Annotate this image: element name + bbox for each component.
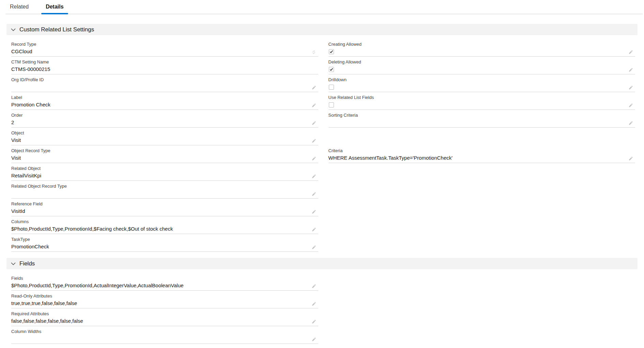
field-row: Use Related List Fields <box>328 92 635 110</box>
field-label: Sorting Criteria <box>328 113 635 118</box>
field-value: PromotionCheck <box>11 242 49 251</box>
field-value: CTMS-00000215 <box>11 65 50 74</box>
field-label: Object <box>11 130 318 136</box>
field-row: TaskTypePromotionCheck <box>11 234 318 252</box>
field-label: Order <box>11 113 318 118</box>
record-detail-content: Custom Related List Settings Record Type… <box>0 24 644 344</box>
field-label: Criteria <box>328 148 635 154</box>
edit-pencil-icon[interactable] <box>308 284 318 290</box>
edit-pencil-icon[interactable] <box>308 245 318 251</box>
field-value: $Photo,ProductId,Type,PromotionId,$Facin… <box>11 224 173 234</box>
section-header-custom-related-list-settings[interactable]: Custom Related List Settings <box>6 24 638 35</box>
fields-grid: Fields$Photo,ProductId,Type,PromotionId,… <box>6 269 638 344</box>
field-label: Required Attributes <box>11 311 318 317</box>
change-record-type-icon[interactable] <box>308 50 318 56</box>
field-label: Related Object Record Type <box>11 184 318 189</box>
checkbox-checked <box>329 67 334 72</box>
field-label: Fields <box>11 276 318 281</box>
checkbox-checked <box>329 49 334 54</box>
checkbox-unchecked <box>329 102 334 107</box>
edit-pencil-icon[interactable] <box>625 85 635 92</box>
edit-pencil-icon[interactable] <box>625 156 635 163</box>
field-label: TaskType <box>11 237 318 242</box>
field-row: CriteriaWHERE AssessmentTask.TaskType='P… <box>328 145 635 163</box>
edit-pencil-icon[interactable] <box>625 121 635 127</box>
field-value: Visit <box>11 136 21 145</box>
edit-pencil-icon[interactable] <box>308 337 318 344</box>
field-row: Fields$Photo,ProductId,Type,PromotionId,… <box>11 273 318 291</box>
field-label: Reference Field <box>11 201 318 207</box>
edit-pencil-icon[interactable] <box>308 209 318 216</box>
field-label: Drilldown <box>328 77 635 83</box>
tab-details[interactable]: Details <box>41 0 68 14</box>
edit-pencil-icon[interactable] <box>308 174 318 180</box>
field-row: Read-Only Attributestrue,true,true,false… <box>11 291 318 308</box>
column-spacer <box>328 128 635 145</box>
field-value: CGCloud <box>11 47 32 56</box>
field-label: Related Object <box>11 166 318 171</box>
section-custom-related-list-settings: Custom Related List Settings Record Type… <box>6 24 638 252</box>
edit-pencil-icon[interactable] <box>308 302 318 308</box>
field-label: Use Related List Fields <box>328 95 635 100</box>
field-row: Reference FieldVisitId <box>11 199 318 216</box>
edit-pencil-icon[interactable] <box>625 68 635 74</box>
field-row: Drilldown <box>328 74 635 92</box>
field-value: false,false,false,false,false,false <box>11 317 83 326</box>
edit-pencil-icon[interactable] <box>308 85 318 92</box>
field-row: CTM Setting NameCTMS-00000215 <box>11 57 318 74</box>
field-label: Read-Only Attributes <box>11 293 318 299</box>
edit-pencil-icon[interactable] <box>308 156 318 163</box>
field-row: Required Attributesfalse,false,false,fal… <box>11 308 318 326</box>
field-row: Object Record TypeVisit <box>11 145 318 163</box>
edit-pencil-icon[interactable] <box>308 192 318 198</box>
field-label: Label <box>11 95 318 100</box>
checkmark-icon <box>329 68 333 71</box>
field-row: Columns$Photo,ProductId,Type,PromotionId… <box>11 216 318 234</box>
edit-pencil-icon[interactable] <box>308 319 318 326</box>
edit-pencil-icon[interactable] <box>308 227 318 234</box>
section-title: Custom Related List Settings <box>19 26 94 33</box>
field-row: Deleting Allowed <box>328 57 635 74</box>
edit-pencil-icon[interactable] <box>308 103 318 110</box>
field-value: 2 <box>11 118 14 127</box>
edit-pencil-icon[interactable] <box>625 103 635 110</box>
section-title: Fields <box>19 260 35 267</box>
field-row: Org ID/Profile ID <box>11 74 318 92</box>
field-row: Record TypeCGCloud <box>11 39 318 57</box>
chevron-down-icon <box>11 28 16 31</box>
field-value: WHERE AssessmentTask.TaskType='Promotion… <box>328 154 453 163</box>
edit-pencil-icon[interactable] <box>308 139 318 145</box>
field-label: Record Type <box>11 42 318 47</box>
edit-pencil-icon[interactable] <box>308 121 318 127</box>
section-fields: Fields Fields$Photo,ProductId,Type,Promo… <box>6 258 638 344</box>
icon-placeholder <box>308 72 318 74</box>
field-label: Column Widths <box>11 329 318 334</box>
section-header-fields[interactable]: Fields <box>6 258 638 269</box>
field-value: $Photo,ProductId,Type,PromotionId,Actual… <box>11 281 184 290</box>
field-row: Column Widths <box>11 326 318 344</box>
checkmark-icon <box>329 50 333 54</box>
checkbox-unchecked <box>329 85 334 90</box>
field-label: Columns <box>11 219 318 224</box>
field-row: Related ObjectRetailVisitKpi <box>11 163 318 181</box>
chevron-down-icon <box>11 262 16 265</box>
field-row: Order2 <box>11 110 318 128</box>
field-value: VisitId <box>11 207 25 216</box>
field-label: Object Record Type <box>11 148 318 154</box>
tab-bar: Related Details <box>5 0 643 14</box>
field-row: LabelPromotion Check <box>11 92 318 110</box>
field-row: Related Object Record Type <box>11 181 318 199</box>
field-label: Deleting Allowed <box>328 59 635 65</box>
field-value: RetailVisitKpi <box>11 171 41 180</box>
tab-related[interactable]: Related <box>5 0 33 14</box>
field-label: CTM Setting Name <box>11 59 318 65</box>
field-row: ObjectVisit <box>11 128 318 145</box>
fields-grid: Record TypeCGCloudCTM Setting NameCTMS-0… <box>6 35 638 252</box>
edit-pencil-icon[interactable] <box>625 50 635 56</box>
field-row: Creating Allowed <box>328 39 635 57</box>
field-value: true,true,true,false,false,false <box>11 299 77 308</box>
field-value: Promotion Check <box>11 100 50 110</box>
field-label: Creating Allowed <box>328 42 635 47</box>
field-label: Org ID/Profile ID <box>11 77 318 83</box>
field-value: Visit <box>11 154 21 163</box>
